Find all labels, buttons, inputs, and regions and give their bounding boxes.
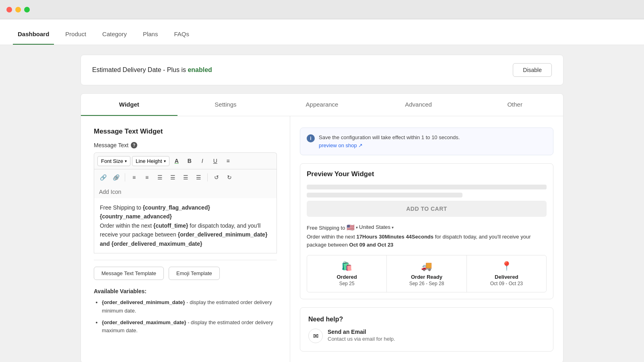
step-delivered: 📍 Delivered Oct 09 - Oct 23 <box>467 255 546 292</box>
preview-title: Preview Your Widget <box>307 170 547 178</box>
variable-item-1: {order_delivered_minimum_date} - display… <box>102 298 277 315</box>
variable-name-1: {order_delivered_minimum_date} <box>102 299 185 305</box>
variables-list: {order_delivered_minimum_date} - display… <box>94 298 277 335</box>
window-chrome <box>0 0 644 19</box>
traffic-light-green[interactable] <box>24 7 30 12</box>
traffic-lights <box>6 7 30 12</box>
justify-button[interactable]: ☰ <box>193 172 204 183</box>
indent-button[interactable]: ≡ <box>128 172 140 183</box>
delivery-steps: 🛍️ Ordered Sep 25 🚚 Order Ready Sep 26 -… <box>307 255 547 292</box>
shipping-dates: Oct 09 and Oct 23 <box>349 242 394 248</box>
strikethrough-button[interactable]: ≡ <box>223 155 234 167</box>
info-banner: i Save the configuration will take effec… <box>300 128 553 155</box>
toolbar-row-2: 🔗 🔗⊘ ≡ ≡ ☰ ☰ ☰ ☰ <box>94 169 277 185</box>
variable-name-2: {order_delivered_maximum_date} <box>102 319 186 325</box>
flag-icon: 🇺🇸 <box>347 222 355 233</box>
traffic-light-red[interactable] <box>6 7 12 12</box>
tab-panel: Widget Settings Appearance Advanced Othe… <box>80 93 564 362</box>
toolbar-row-1: Font Size ▾ Line Height ▾ A B <box>94 153 277 169</box>
status-text: Estimated Delivery Date - Plus is enable… <box>92 66 212 74</box>
help-item-text: Send an Email Contact us via email for h… <box>328 329 395 342</box>
font-size-select[interactable]: Font Size ▾ <box>97 156 130 166</box>
link-button[interactable]: 🔗 <box>97 172 109 183</box>
bold-button[interactable]: B <box>184 155 195 167</box>
field-label: Message Text ? <box>94 142 277 148</box>
help-icon[interactable]: ? <box>131 142 137 148</box>
emoji-template-button[interactable]: Emoji Template <box>169 267 220 280</box>
redo-button[interactable]: ↻ <box>224 172 235 183</box>
skeleton-line-1 <box>307 185 547 189</box>
step-dates-delivered: Oct 09 - Oct 23 <box>472 281 541 286</box>
external-link-icon: ↗ <box>358 142 363 150</box>
chevron-down-icon: ▾ <box>164 159 166 163</box>
undo-button[interactable]: ↺ <box>211 172 222 183</box>
right-panel: i Save the configuration will take effec… <box>290 116 563 362</box>
section-title: Message Text Widget <box>94 128 277 136</box>
info-text: Save the configuration will take effect … <box>319 134 460 149</box>
align-center-button[interactable]: ☰ <box>167 172 178 183</box>
status-enabled: enabled <box>188 66 212 73</box>
shipping-time: 17Hours 30Minutes 44Seconds <box>357 234 433 240</box>
email-icon: ✉ <box>308 329 323 343</box>
chevron-small-2: ▾ <box>392 224 394 231</box>
tab-content: Message Text Widget Message Text ? Font … <box>81 116 563 362</box>
underline-button[interactable]: U <box>210 155 221 167</box>
info-icon: i <box>307 134 315 142</box>
step-label-ordered: Ordered <box>312 274 382 280</box>
add-to-cart-button[interactable]: ADD TO CART <box>307 201 547 217</box>
tab-appearance[interactable]: Appearance <box>274 94 370 116</box>
align-right-button[interactable]: ☰ <box>180 172 191 183</box>
nav-item-dashboard[interactable]: Dashboard <box>13 24 54 45</box>
editor-text-line2: Order within the next <box>100 222 153 229</box>
main-content: Estimated Delivery Date - Plus is enable… <box>0 45 644 362</box>
tab-advanced[interactable]: Advanced <box>370 94 467 116</box>
outdent-button[interactable]: ≡ <box>141 172 153 183</box>
app: Dashboard Product Category Plans FAQs Es… <box>0 19 644 362</box>
traffic-light-yellow[interactable] <box>15 7 21 12</box>
step-label-delivered: Delivered <box>472 274 541 280</box>
widget-preview-box: Preview Your Widget ADD TO CART Free Shi… <box>300 163 553 299</box>
step-dates-ready: Sep 26 - Sep 28 <box>392 281 461 286</box>
chevron-small: ▾ <box>356 224 358 231</box>
italic-button[interactable]: I <box>197 155 208 167</box>
ordered-icon: 🛍️ <box>312 261 382 272</box>
editor-toolbar: Font Size ▾ Line Height ▾ A B <box>94 152 277 185</box>
align-left-button[interactable]: ☰ <box>154 172 165 183</box>
preview-link-label: preview on shop <box>319 142 357 150</box>
editor-text-line1: Free Shipping to <box>100 204 143 211</box>
nav-item-plans[interactable]: Plans <box>138 24 163 45</box>
country-name: United States <box>359 223 390 232</box>
info-banner-text: Save the configuration will take effect … <box>319 134 460 140</box>
message-text-template-button[interactable]: Message Text Template <box>94 267 164 280</box>
help-item-title: Send an Email <box>328 329 395 335</box>
step-ordered: 🛍️ Ordered Sep 25 <box>307 255 387 292</box>
line-height-select[interactable]: Line Height ▾ <box>132 156 169 166</box>
disable-button[interactable]: Disable <box>513 63 552 77</box>
tab-settings[interactable]: Settings <box>178 94 274 116</box>
nav-item-category[interactable]: Category <box>97 24 132 45</box>
tab-other[interactable]: Other <box>466 94 563 116</box>
nav-item-product[interactable]: Product <box>60 24 91 45</box>
shipping-prefix: Free Shipping to <box>307 225 347 231</box>
tab-widget[interactable]: Widget <box>81 94 178 116</box>
variable-item-2: {order_delivered_maximum_date} - display… <box>102 319 277 335</box>
top-nav: Dashboard Product Category Plans FAQs <box>0 19 644 45</box>
editor-area[interactable]: Free Shipping to {country_flag_advanced}… <box>94 198 277 253</box>
need-help-box: Need help? ✉ Send an Email Contact us vi… <box>300 307 553 352</box>
unlink-button[interactable]: 🔗⊘ <box>110 172 122 183</box>
add-icon-row[interactable]: Add Icon <box>94 185 277 198</box>
step-order-ready: 🚚 Order Ready Sep 26 - Sep 28 <box>387 255 466 292</box>
add-icon-label: Add Icon <box>99 189 121 195</box>
font-color-button[interactable]: A <box>171 155 182 167</box>
shipping-info: Free Shipping to 🇺🇸 ▾ United States ▾ Or… <box>307 222 547 249</box>
status-bar: Estimated Delivery Date - Plus is enable… <box>80 55 564 85</box>
nav-item-faqs[interactable]: FAQs <box>169 24 194 45</box>
preview-on-shop-link[interactable]: preview on shop ↗ <box>319 142 460 150</box>
tabs: Widget Settings Appearance Advanced Othe… <box>81 94 563 116</box>
need-help-title: Need help? <box>308 316 545 323</box>
step-label-ready: Order Ready <box>392 274 461 280</box>
step-dates-ordered: Sep 25 <box>312 281 382 286</box>
country-select[interactable]: 🇺🇸 ▾ United States ▾ <box>347 222 394 233</box>
order-ready-icon: 🚚 <box>392 261 461 272</box>
help-item-email: ✉ Send an Email Contact us via email for… <box>308 329 545 343</box>
